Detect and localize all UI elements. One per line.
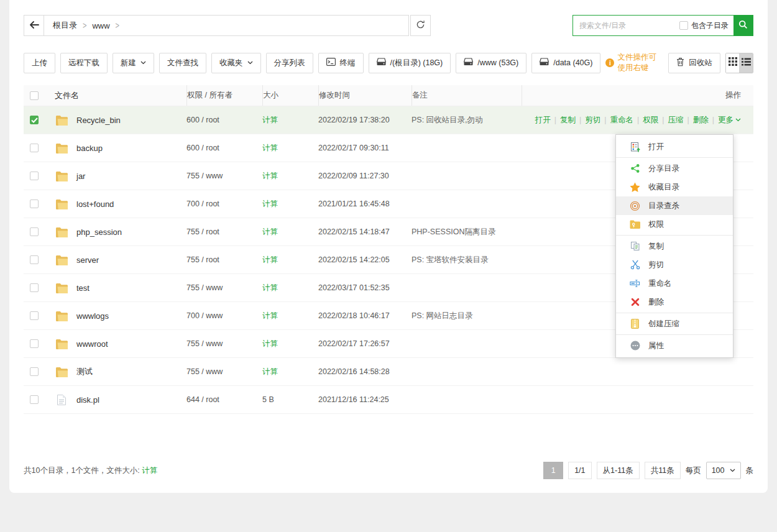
- file-icon: [55, 394, 68, 406]
- subdir-checkbox[interactable]: [679, 21, 688, 30]
- modified-time: 2022/02/17 09:30:11: [318, 144, 411, 152]
- folder-icon: [55, 227, 68, 237]
- row-checkbox[interactable]: [30, 367, 39, 376]
- menu-item[interactable]: 创建压缩: [616, 314, 733, 333]
- file-name[interactable]: 测试: [76, 366, 93, 377]
- menu-item[interactable]: 收藏目录: [616, 178, 733, 196]
- file-size: 计算: [262, 171, 318, 181]
- file-note: PHP-SESSION隔离目录: [411, 227, 522, 237]
- row-checkbox[interactable]: [30, 339, 39, 348]
- menu-item[interactable]: 复制: [616, 237, 733, 255]
- row-action[interactable]: 压缩: [668, 115, 684, 126]
- file-name[interactable]: php_session: [76, 227, 122, 237]
- file-name[interactable]: server: [76, 255, 99, 265]
- disk-data-button[interactable]: /data (40G): [531, 53, 600, 73]
- calc-size-link[interactable]: 计算: [262, 311, 278, 320]
- grid-view-button[interactable]: [726, 53, 740, 73]
- disk-icon: [540, 58, 549, 68]
- calc-size-link[interactable]: 计算: [262, 255, 278, 264]
- calc-size-link[interactable]: 计算: [262, 283, 278, 292]
- table-row[interactable]: disk.pl644 / root5 B2021/12/16 11:24:25: [24, 386, 753, 414]
- disk-root-button[interactable]: /(根目录) (18G): [369, 53, 451, 73]
- refresh-button[interactable]: [410, 15, 431, 36]
- new-button[interactable]: 新建: [113, 53, 154, 73]
- search-button[interactable]: [733, 16, 753, 35]
- file-size: 计算: [262, 283, 318, 293]
- include-subdir-toggle[interactable]: 包含子目录: [679, 21, 729, 31]
- upload-button[interactable]: 上传: [24, 53, 55, 73]
- row-checkbox[interactable]: [30, 172, 39, 180]
- row-checkbox[interactable]: [30, 255, 39, 264]
- file-name[interactable]: wwwlogs: [76, 311, 109, 321]
- modified-time: 2022/02/15 14:18:47: [318, 227, 411, 236]
- menu-item[interactable]: 目录查杀: [616, 196, 733, 215]
- col-note: 备注: [411, 85, 522, 106]
- calc-size-link[interactable]: 计算: [262, 116, 278, 124]
- share-list-button[interactable]: 分享列表: [266, 53, 313, 73]
- file-name[interactable]: disk.pl: [76, 395, 99, 405]
- row-action[interactable]: 剪切: [585, 115, 600, 126]
- file-name[interactable]: wwwroot: [76, 339, 108, 349]
- recycle-bin-button[interactable]: 回收站: [668, 53, 720, 73]
- file-find-button[interactable]: 文件查找: [159, 53, 206, 73]
- list-view-button[interactable]: [739, 53, 753, 73]
- row-action[interactable]: 重命名: [610, 115, 634, 126]
- terminal-button[interactable]: 终端: [318, 53, 364, 73]
- row-action[interactable]: 打开: [535, 115, 551, 126]
- row-action[interactable]: 复制: [560, 115, 576, 126]
- menu-item[interactable]: 删除: [616, 293, 733, 311]
- topbar: 根目录 > www > 包含子目录: [24, 15, 753, 36]
- row-action[interactable]: 更多: [718, 115, 741, 126]
- menu-item[interactable]: 重命名: [616, 274, 733, 293]
- file-name[interactable]: test: [76, 283, 90, 293]
- breadcrumb[interactable]: 根目录 > www >: [44, 15, 409, 36]
- row-checkbox[interactable]: [30, 144, 39, 152]
- calc-size-link[interactable]: 计算: [262, 367, 278, 376]
- folder-icon: [55, 171, 68, 181]
- calc-size-link[interactable]: 计算: [262, 144, 278, 152]
- row-checkbox[interactable]: [30, 311, 39, 320]
- per-page-suffix: 条: [746, 466, 754, 476]
- table-row[interactable]: 测试755 / www计算2022/02/16 14:58:28: [24, 358, 753, 386]
- disk-www-button[interactable]: /www (53G): [456, 53, 526, 73]
- calc-size-link[interactable]: 计算: [262, 172, 278, 180]
- per-page-select[interactable]: 100: [706, 462, 741, 479]
- menu-item-label: 打开: [648, 142, 664, 152]
- file-name[interactable]: lost+found: [76, 200, 114, 209]
- breadcrumb-www[interactable]: www: [92, 21, 109, 30]
- calc-size-link[interactable]: 计算: [262, 227, 278, 236]
- row-action[interactable]: 权限: [643, 115, 658, 126]
- table-row[interactable]: Recycle_bin600 / root计算2022/02/19 17:38:…: [24, 106, 753, 134]
- row-action[interactable]: 删除: [693, 115, 709, 126]
- page-1-button[interactable]: 1: [543, 462, 563, 479]
- file-size: 计算: [262, 339, 318, 349]
- back-button[interactable]: [24, 15, 44, 36]
- row-checkbox[interactable]: [30, 283, 39, 292]
- menu-item-label: 收藏目录: [648, 182, 679, 193]
- menu-item[interactable]: 权限: [616, 215, 733, 234]
- calc-total-size-link[interactable]: 计算: [142, 466, 157, 475]
- row-checkbox[interactable]: [30, 395, 39, 404]
- file-name[interactable]: backup: [76, 144, 103, 153]
- file-name[interactable]: Recycle_bin: [76, 116, 121, 125]
- menu-item[interactable]: 属性: [616, 336, 733, 355]
- search-icon: [738, 20, 748, 31]
- row-checkbox[interactable]: [30, 227, 39, 236]
- file-name[interactable]: jar: [76, 172, 85, 181]
- file-size: 计算: [262, 227, 318, 237]
- row-checkbox[interactable]: [30, 116, 39, 124]
- toolbar-right: i 文件操作可使用右键 回收站: [605, 52, 753, 73]
- calc-size-link[interactable]: 计算: [262, 339, 278, 348]
- calc-size-link[interactable]: 计算: [262, 200, 278, 208]
- favorites-button[interactable]: 收藏夹: [211, 53, 261, 73]
- menu-item[interactable]: 打开: [616, 137, 733, 156]
- menu-item[interactable]: 剪切: [616, 255, 733, 274]
- context-menu: 打开分享目录收藏目录目录查杀权限复制剪切重命名删除创建压缩属性: [615, 134, 733, 358]
- select-all-checkbox[interactable]: [30, 91, 39, 100]
- search-input[interactable]: [573, 16, 679, 35]
- row-checkbox[interactable]: [30, 200, 39, 208]
- breadcrumb-root[interactable]: 根目录: [53, 20, 77, 31]
- menu-item[interactable]: 分享目录: [616, 159, 733, 178]
- remote-download-button[interactable]: 远程下载: [60, 53, 108, 73]
- perm-owner: 755 / www: [186, 283, 262, 292]
